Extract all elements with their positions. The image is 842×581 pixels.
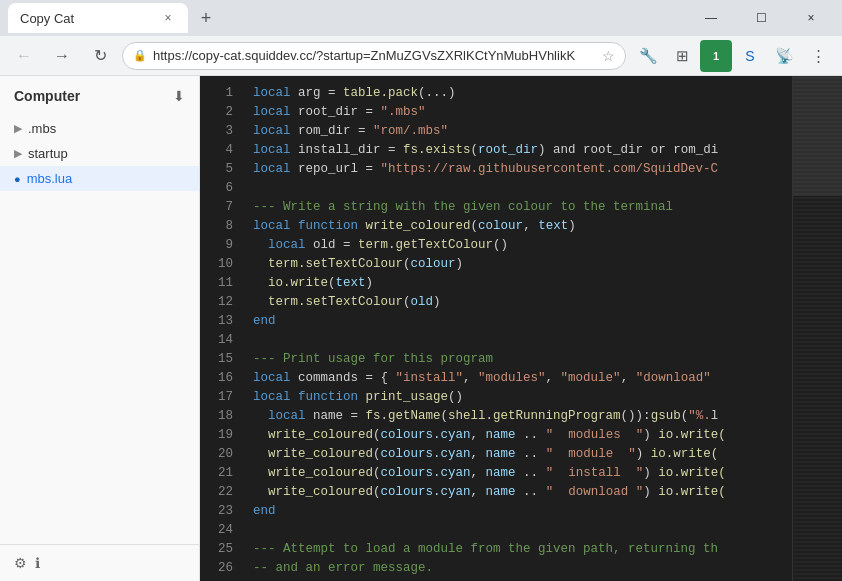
table-row: 1local arg = table.pack(...)	[200, 84, 792, 103]
line-code: local function print_usage()	[245, 388, 463, 407]
info-icon[interactable]: ℹ	[35, 555, 40, 571]
url-text: https://copy-cat.squiddev.cc/?startup=Zn…	[153, 48, 596, 63]
table-row: 7--- Write a string with the given colou…	[200, 198, 792, 217]
close-button[interactable]: ×	[788, 0, 834, 36]
lock-icon: 🔒	[133, 49, 147, 62]
sidebar-footer: ⚙ ℹ	[0, 544, 199, 581]
line-number: 4	[200, 141, 245, 160]
window-controls: — ☐ ×	[688, 0, 834, 36]
address-bar[interactable]: 🔒 https://copy-cat.squiddev.cc/?startup=…	[122, 42, 626, 70]
line-number: 10	[200, 255, 245, 274]
table-row: 8local function write_coloured(colour, t…	[200, 217, 792, 236]
forward-button[interactable]: →	[46, 40, 78, 72]
browser-window: Copy Cat × + — ☐ × ← → ↻ 🔒 https://copy-…	[0, 0, 842, 581]
table-row: 13end	[200, 312, 792, 331]
back-button[interactable]: ←	[8, 40, 40, 72]
line-code: write_coloured(colours.cyan, name .. " i…	[245, 464, 726, 483]
chevron-right-icon: ▶	[14, 122, 22, 135]
table-row: 22 write_coloured(colours.cyan, name .. …	[200, 483, 792, 502]
line-number: 7	[200, 198, 245, 217]
line-code	[245, 521, 261, 540]
line-code: write_coloured(colours.cyan, name .. " m…	[245, 445, 718, 464]
table-row: 20 write_coloured(colours.cyan, name .. …	[200, 445, 792, 464]
line-code: term.setTextColour(colour)	[245, 255, 463, 274]
line-code: local function write_coloured(colour, te…	[245, 217, 576, 236]
extension-2-icon[interactable]: S	[734, 40, 766, 72]
table-row: 18 local name = fs.getName(shell.getRunn…	[200, 407, 792, 426]
line-number: 14	[200, 331, 245, 350]
line-code	[245, 179, 261, 198]
line-code: local name = fs.getName(shell.getRunning…	[245, 407, 718, 426]
line-number: 9	[200, 236, 245, 255]
line-number: 26	[200, 559, 245, 578]
table-row: 14	[200, 331, 792, 350]
line-code: --- Print usage for this program	[245, 350, 493, 369]
toolbar-icons: 🔧 ⊞ 1 S 📡 ⋮	[632, 40, 834, 72]
minimap	[792, 76, 842, 581]
table-row: 5local repo_url = "https://raw.githubuse…	[200, 160, 792, 179]
sidebar-header: Computer ⬇	[0, 76, 199, 116]
line-number: 24	[200, 521, 245, 540]
reload-button[interactable]: ↻	[84, 40, 116, 72]
line-number: 6	[200, 179, 245, 198]
line-number: 12	[200, 293, 245, 312]
table-row: 17local function print_usage()	[200, 388, 792, 407]
table-row: 19 write_coloured(colours.cyan, name .. …	[200, 426, 792, 445]
line-number: 16	[200, 369, 245, 388]
table-row: 12 term.setTextColour(old)	[200, 293, 792, 312]
sidebar-item-startup[interactable]: ▶ startup	[0, 141, 199, 166]
line-number: 21	[200, 464, 245, 483]
tab-bar: Copy Cat × +	[8, 3, 684, 33]
table-row: 2local root_dir = ".mbs"	[200, 103, 792, 122]
table-row: 25--- Attempt to load a module from the …	[200, 540, 792, 559]
line-code: --- Write a string with the given colour…	[245, 198, 673, 217]
line-number: 1	[200, 84, 245, 103]
minimize-button[interactable]: —	[688, 0, 734, 36]
line-code: write_coloured(colours.cyan, name .. " d…	[245, 483, 726, 502]
line-code: end	[245, 312, 276, 331]
table-row: 6	[200, 179, 792, 198]
active-tab[interactable]: Copy Cat ×	[8, 3, 188, 33]
settings-icon[interactable]: ⚙	[14, 555, 27, 571]
sidebar-item-mbs-lua[interactable]: ● mbs.lua	[0, 166, 199, 191]
sidebar-title: Computer	[14, 88, 80, 104]
line-number: 13	[200, 312, 245, 331]
chevron-right-icon: ▶	[14, 147, 22, 160]
sidebar-items: ▶ .mbs ▶ startup ● mbs.lua	[0, 116, 199, 544]
table-row: 3local rom_dir = "rom/.mbs"	[200, 122, 792, 141]
line-number: 11	[200, 274, 245, 293]
apps-icon[interactable]: ⊞	[666, 40, 698, 72]
main-content: Computer ⬇ ▶ .mbs ▶ startup ● mbs.lua ⚙	[0, 76, 842, 581]
tab-close-button[interactable]: ×	[160, 10, 176, 26]
sidebar-item-label: startup	[28, 146, 68, 161]
line-number: 8	[200, 217, 245, 236]
sidebar: Computer ⬇ ▶ .mbs ▶ startup ● mbs.lua ⚙	[0, 76, 200, 581]
line-number: 22	[200, 483, 245, 502]
sidebar-item-mbs[interactable]: ▶ .mbs	[0, 116, 199, 141]
line-code: local repo_url = "https://raw.githubuser…	[245, 160, 718, 179]
line-code: write_coloured(colours.cyan, name .. " m…	[245, 426, 726, 445]
rss-icon[interactable]: 📡	[768, 40, 800, 72]
line-number: 23	[200, 502, 245, 521]
new-tab-button[interactable]: +	[192, 4, 220, 32]
table-row: 4local install_dir = fs.exists(root_dir)…	[200, 141, 792, 160]
tab-title: Copy Cat	[20, 11, 152, 26]
code-editor[interactable]: 1local arg = table.pack(...)2local root_…	[200, 76, 842, 581]
line-code: local commands = { "install", "modules",…	[245, 369, 711, 388]
toolbar: ← → ↻ 🔒 https://copy-cat.squiddev.cc/?st…	[0, 36, 842, 76]
line-code	[245, 331, 261, 350]
menu-icon[interactable]: ⋮	[802, 40, 834, 72]
line-code: -- and an error message.	[245, 559, 433, 578]
table-row: 21 write_coloured(colours.cyan, name .. …	[200, 464, 792, 483]
line-code: --- Attempt to load a module from the gi…	[245, 540, 718, 559]
table-row: 16local commands = { "install", "modules…	[200, 369, 792, 388]
extensions-icon[interactable]: 🔧	[632, 40, 664, 72]
bookmark-icon[interactable]: ☆	[602, 48, 615, 64]
line-code: local root_dir = ".mbs"	[245, 103, 426, 122]
line-number: 17	[200, 388, 245, 407]
table-row: 9 local old = term.getTextColour()	[200, 236, 792, 255]
extension-1-icon[interactable]: 1	[700, 40, 732, 72]
maximize-button[interactable]: ☐	[738, 0, 784, 36]
download-icon[interactable]: ⬇	[173, 88, 185, 104]
line-number: 3	[200, 122, 245, 141]
